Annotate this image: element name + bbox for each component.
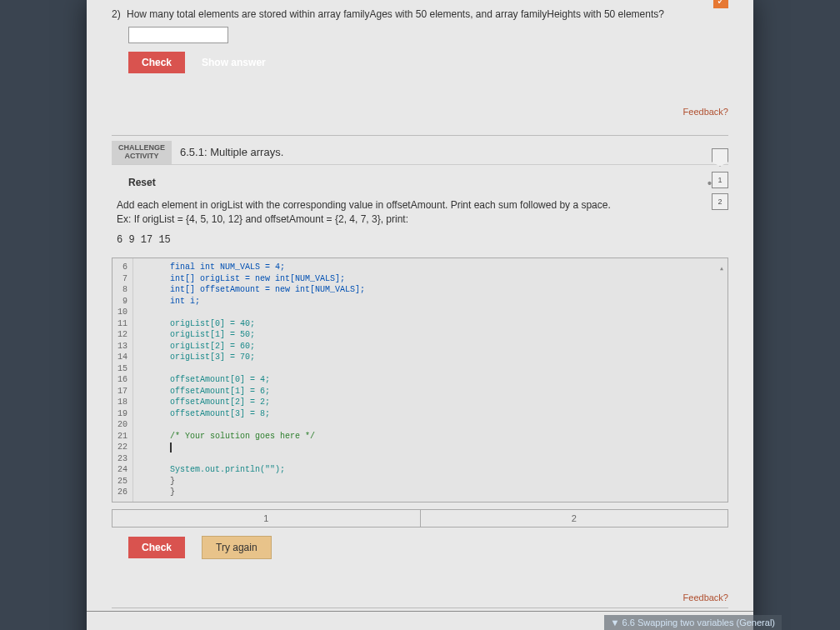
instructions: Add each element in origList with the co…	[112, 195, 728, 230]
code-body[interactable]: final int NUM_VALS = 4; int[] origList =…	[133, 258, 728, 502]
step-1[interactable]: 1	[712, 172, 728, 188]
check-icon: ✓	[713, 0, 728, 8]
question-number: 2)	[112, 8, 121, 20]
test-1[interactable]: 1	[112, 510, 421, 527]
feedback-link[interactable]: Feedback?	[112, 107, 728, 117]
challenge-tag: CHALLENGE ACTIVITY	[112, 141, 172, 164]
code-editor[interactable]: ▴ 67891011121314151617181920212223242526…	[112, 258, 728, 502]
challenge-title: 6.5.1: Multiple arrays.	[172, 141, 292, 164]
test-bar: 1 2	[112, 509, 728, 528]
show-answer-link[interactable]: Show answer	[202, 57, 266, 68]
answer-input[interactable]	[128, 27, 228, 43]
line-gutter: 67891011121314151617181920212223242526	[112, 258, 133, 502]
challenge-block: CHALLENGE ACTIVITY 6.5.1: Multiple array…	[112, 141, 728, 602]
divider	[112, 135, 728, 136]
feedback-link-2[interactable]: Feedback?	[112, 592, 728, 602]
progress-steps: 1 2	[712, 148, 728, 210]
reset-button[interactable]: Reset	[128, 177, 156, 188]
check-button-2[interactable]: Check	[128, 537, 185, 558]
step-2[interactable]: 2	[712, 193, 728, 210]
divider-2	[112, 608, 728, 608]
shield-icon	[712, 148, 728, 167]
test-2[interactable]: 2	[421, 510, 728, 527]
check-button[interactable]: Check	[128, 52, 185, 73]
try-again-button[interactable]: Try again	[202, 536, 272, 559]
example-output: 6 9 17 15	[112, 229, 728, 251]
question-text: How many total elements are stored withi…	[127, 8, 664, 20]
scroll-up-icon[interactable]: ▴	[719, 263, 724, 273]
footer-divider	[87, 611, 753, 612]
question-2: 2) How many total elements are stored wi…	[112, 0, 728, 130]
menu-dot-icon[interactable]: •	[708, 177, 712, 190]
next-section-link[interactable]: ▼ 6.6 Swapping two variables (General)	[604, 615, 782, 630]
